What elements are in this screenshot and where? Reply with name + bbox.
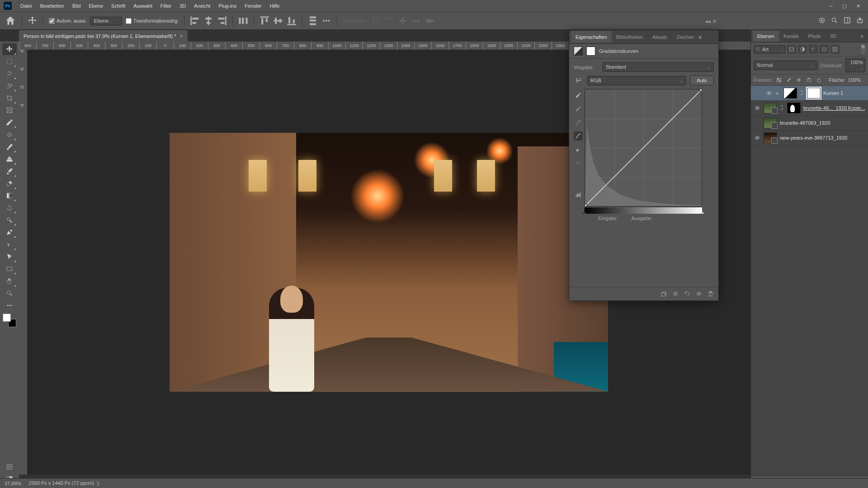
layer-row[interactable]: brunette-487063_1920	[751, 116, 868, 131]
marquee-tool[interactable]	[2, 56, 17, 67]
ruler-vertical[interactable]: 0000	[19, 50, 27, 474]
document-canvas[interactable]	[170, 133, 608, 392]
toggle-visibility-icon[interactable]	[696, 291, 702, 298]
menu-layer[interactable]: Ebene	[85, 1, 107, 10]
menu-edit[interactable]: Bearbeiten	[36, 1, 68, 10]
view-previous-state-icon[interactable]	[672, 291, 679, 298]
align-left-edges-icon[interactable]	[190, 16, 200, 26]
share-icon[interactable]	[856, 17, 863, 25]
lock-all-icon[interactable]	[815, 76, 822, 84]
tab-paths[interactable]: Pfade	[803, 31, 826, 42]
layer-row[interactable]: new-years-eve-3897713_1920	[751, 131, 868, 145]
path-select-tool[interactable]	[2, 251, 17, 263]
mask-thumbnail-icon[interactable]	[586, 47, 595, 56]
eraser-tool[interactable]	[2, 178, 17, 189]
gradient-tool[interactable]	[2, 190, 17, 202]
channel-dropdown[interactable]: RGB⌵	[587, 76, 686, 85]
lock-artboard-icon[interactable]	[805, 76, 812, 84]
white-point-slider[interactable]	[700, 209, 704, 214]
sample-white-eyedropper-icon[interactable]	[574, 118, 583, 127]
lock-transparency-icon[interactable]	[775, 76, 783, 84]
curves-graph[interactable]	[585, 89, 702, 206]
menu-help[interactable]: Hilfe	[265, 1, 283, 10]
zoom-level[interactable]: 37,88%	[5, 481, 21, 486]
menu-image[interactable]: Bild	[68, 1, 85, 10]
layer-visibility-toggle[interactable]	[765, 89, 773, 97]
tab-paragraph[interactable]: Absatz	[648, 31, 672, 43]
smooth-curve-icon[interactable]	[574, 159, 583, 168]
layer-thumbnail[interactable]	[764, 132, 777, 143]
clip-to-layer-icon[interactable]	[660, 291, 667, 298]
clone-stamp-tool[interactable]	[2, 153, 17, 165]
home-icon[interactable]	[5, 15, 16, 27]
align-horizontal-centers-icon[interactable]	[203, 16, 213, 26]
auto-select-target-dropdown[interactable]: Ebene ⌵	[90, 17, 122, 25]
menu-type[interactable]: Schrift	[107, 1, 129, 10]
layer-mask-link-icon[interactable]	[780, 105, 784, 111]
layer-name[interactable]: brunette-48..._1920 Kopie...	[803, 105, 865, 111]
frame-tool[interactable]	[2, 104, 17, 116]
history-brush-tool[interactable]	[2, 165, 17, 177]
menu-window[interactable]: Fenster	[241, 1, 265, 10]
menu-file[interactable]: Datei	[16, 1, 36, 10]
delete-adjustment-icon[interactable]	[708, 291, 714, 298]
window-minimize-button[interactable]: ─	[825, 2, 837, 10]
auto-button[interactable]: Auto	[690, 75, 714, 85]
auto-select-checkbox[interactable]: Autom. ausw.	[49, 18, 86, 24]
blend-mode-dropdown[interactable]: Normal⌵	[754, 61, 817, 70]
calculate-histogram-icon[interactable]	[574, 190, 583, 199]
opacity-input[interactable]: 100% ⌵	[845, 58, 865, 72]
edit-toolbar-icon[interactable]	[2, 300, 17, 311]
tab-3d-panel[interactable]: 3D	[826, 31, 841, 42]
layer-mask-thumbnail[interactable]	[807, 88, 821, 99]
reset-adjustment-icon[interactable]	[684, 291, 690, 298]
more-align-options-icon[interactable]	[321, 16, 331, 26]
layer-row[interactable]: ↳Kurven 1	[751, 86, 868, 101]
menu-3d[interactable]: 3D	[175, 1, 190, 10]
curves-adjustment-icon[interactable]	[574, 47, 583, 56]
layers-panel-menu-icon[interactable]: ≡	[858, 33, 866, 39]
window-close-button[interactable]: ✕	[852, 2, 864, 10]
panel-collapse-icon[interactable]: ◂◂	[705, 19, 711, 24]
filter-smart-icon[interactable]	[830, 45, 840, 54]
layer-filter-kind-dropdown[interactable]: Art⌵	[754, 45, 785, 54]
filter-pixel-icon[interactable]	[787, 45, 796, 54]
tab-libraries[interactable]: Bibliotheken	[612, 31, 648, 43]
filter-type-icon[interactable]: T	[809, 45, 818, 54]
distribute-horizontal-icon[interactable]	[238, 16, 248, 26]
document-dimensions[interactable]: 2560 Px x 1440 Px (72 ppcm)❯	[28, 480, 100, 486]
preset-dropdown[interactable]: Standard⌵	[603, 62, 714, 72]
transform-controls-checkbox[interactable]: Transformationsstrg.	[126, 18, 179, 24]
panel-close-icon[interactable]: ✕	[712, 19, 717, 24]
tab-channels[interactable]: Kanäle	[779, 31, 803, 42]
menu-select[interactable]: Auswahl	[129, 1, 156, 10]
eyedropper-tool[interactable]	[2, 117, 17, 128]
zoom-tool[interactable]	[2, 287, 17, 299]
lasso-tool[interactable]	[2, 68, 17, 80]
document-tab[interactable]: Person in bild einfügen.psdc bei 37,9% (…	[19, 30, 188, 42]
align-bottom-edges-icon[interactable]	[287, 16, 297, 26]
dodge-tool[interactable]	[2, 214, 17, 226]
pen-tool[interactable]	[2, 226, 17, 238]
sample-black-eyedropper-icon[interactable]	[574, 91, 583, 100]
layer-thumbnail[interactable]	[764, 103, 777, 113]
layer-visibility-toggle[interactable]	[754, 104, 761, 112]
align-vertical-centers-icon[interactable]	[273, 16, 283, 26]
quick-mask-icon[interactable]	[2, 461, 17, 473]
lock-pixels-icon[interactable]	[785, 76, 793, 84]
color-swatches[interactable]	[3, 314, 16, 327]
quick-select-tool[interactable]	[2, 80, 17, 92]
filter-adjustment-icon[interactable]	[798, 45, 807, 54]
crop-tool[interactable]	[2, 92, 17, 104]
tab-layers[interactable]: Ebenen	[753, 31, 779, 42]
brush-tool[interactable]	[2, 141, 17, 153]
lock-position-icon[interactable]	[795, 76, 802, 84]
tab-properties[interactable]: Eigenschaften	[571, 31, 612, 43]
type-tool[interactable]: T	[2, 239, 17, 250]
blur-tool[interactable]	[2, 202, 17, 214]
fill-input[interactable]: 100% ⌵	[848, 77, 865, 83]
layer-filter-toggle[interactable]	[861, 44, 865, 54]
healing-brush-tool[interactable]	[2, 129, 17, 141]
layer-thumbnail[interactable]	[764, 117, 777, 128]
menu-filter[interactable]: Filter	[156, 1, 175, 10]
